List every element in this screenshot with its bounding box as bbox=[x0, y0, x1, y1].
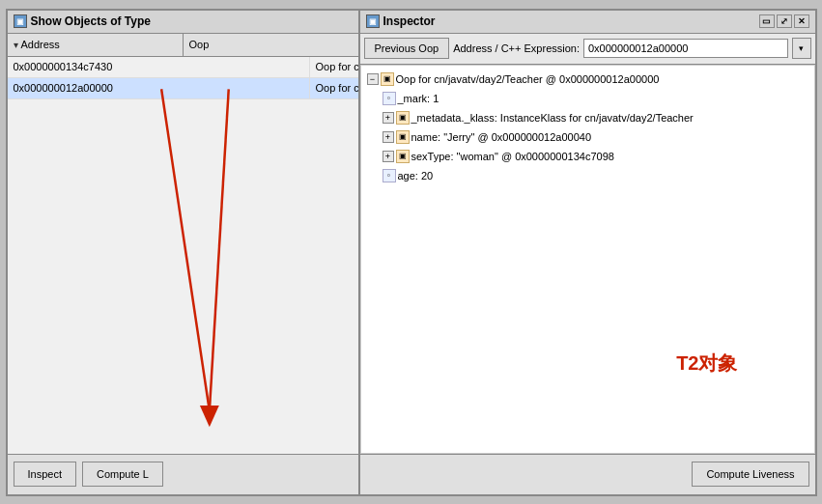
minimize-button[interactable]: ▭ bbox=[759, 14, 775, 28]
col-header-oop[interactable]: Oop bbox=[184, 34, 358, 56]
table-row-selected[interactable]: 0x000000012a00000 Oop for cn/javatv/day2… bbox=[8, 78, 358, 99]
cell-address-1: 0x000000012a00000 bbox=[8, 78, 310, 98]
left-panel: ▣ Show Objects of Type ▾ Address Oop 0x0… bbox=[8, 11, 360, 494]
right-panel-title: Inspector bbox=[383, 14, 436, 28]
tree-folder-root-icon: ▣ bbox=[381, 72, 394, 86]
tree-folder-sextype-icon: ▣ bbox=[396, 150, 410, 163]
tree-root-label: Oop for cn/javatv/day2/Teacher @ 0x00000… bbox=[396, 73, 660, 85]
tree-text-sextype: sexType: "woman" @ 0x0000000134c7098 bbox=[411, 151, 614, 162]
table-row[interactable]: 0x0000000134c7430 Oop for cn/javatv/day2… bbox=[8, 57, 358, 78]
tree-expander-name[interactable]: + bbox=[383, 131, 394, 143]
table-body: 0x0000000134c7430 Oop for cn/javatv/day2… bbox=[8, 57, 358, 454]
address-input[interactable] bbox=[583, 39, 788, 58]
tree-node-metadata[interactable]: + ▣ _metadata._klass: InstanceKlass for … bbox=[363, 108, 812, 127]
window-controls: ▭ ⤢ ✕ bbox=[759, 14, 809, 28]
tree-expander-root[interactable]: − bbox=[367, 73, 379, 85]
right-footer: Compute Liveness bbox=[360, 454, 815, 494]
sort-arrow-icon: ▾ bbox=[14, 40, 18, 50]
tree-folder-metadata-icon: ▣ bbox=[396, 111, 410, 125]
tree-node-age[interactable]: ▫ age: 20 bbox=[363, 166, 812, 185]
main-container: ▣ Show Objects of Type ▾ Address Oop 0x0… bbox=[6, 9, 817, 496]
tree-expander-sextype[interactable]: + bbox=[383, 151, 394, 162]
right-content: − ▣ Oop for cn/javatv/day2/Teacher @ 0x0… bbox=[360, 65, 815, 454]
tree-text-age: age: 20 bbox=[398, 170, 434, 182]
right-title-bar: ▣ Inspector ▭ ⤢ ✕ bbox=[360, 11, 815, 34]
cell-address-0: 0x0000000134c7430 bbox=[8, 57, 310, 77]
table-header: ▾ Address Oop bbox=[8, 34, 358, 57]
col-header-address[interactable]: ▾ Address bbox=[8, 34, 184, 56]
cell-oop-1: Oop for cn/javatv/day2/Teacher bbox=[310, 78, 358, 98]
right-panel-icon: ▣ bbox=[366, 14, 380, 28]
maximize-button[interactable]: ⤢ bbox=[777, 14, 792, 28]
left-title-bar: ▣ Show Objects of Type bbox=[8, 11, 358, 34]
tree-text-metadata: _metadata._klass: InstanceKlass for cn/j… bbox=[411, 112, 694, 124]
tree-folder-name-icon: ▣ bbox=[396, 130, 410, 144]
tree-leaf-icon-mark: ▫ bbox=[383, 92, 396, 105]
tree-node-sextype[interactable]: + ▣ sexType: "woman" @ 0x0000000134c7098 bbox=[363, 147, 812, 166]
left-panel-title: Show Objects of Type bbox=[31, 14, 151, 28]
compute-liveness-button-right[interactable]: Compute Liveness bbox=[692, 462, 808, 487]
inspect-button[interactable]: Inspect bbox=[14, 462, 76, 487]
tree-leaf-icon-age: ▫ bbox=[383, 169, 396, 182]
tree-text-mark: _mark: 1 bbox=[398, 93, 439, 104]
tree-node-name[interactable]: + ▣ name: "Jerry" @ 0x000000012a00040 bbox=[363, 127, 812, 147]
compute-liveness-button-left[interactable]: Compute L bbox=[82, 462, 163, 487]
tree-root-node[interactable]: − ▣ Oop for cn/javatv/day2/Teacher @ 0x0… bbox=[363, 70, 812, 89]
col-oop-label: Oop bbox=[189, 39, 210, 50]
t2-annotation: T2对象 bbox=[676, 350, 737, 377]
address-label: Address / C++ Expression: bbox=[453, 42, 580, 54]
previous-oop-button[interactable]: Previous Oop bbox=[364, 38, 450, 59]
tree-text-name: name: "Jerry" @ 0x000000012a00040 bbox=[411, 131, 592, 143]
close-button[interactable]: ✕ bbox=[794, 14, 809, 28]
cell-oop-0: Oop for cn/javatv/day2/Teacher bbox=[310, 57, 358, 77]
tree-expander-metadata[interactable]: + bbox=[383, 112, 394, 124]
address-dropdown-icon[interactable]: ▾ bbox=[792, 38, 811, 59]
col-address-label: Address bbox=[21, 39, 60, 50]
right-panel: ▣ Inspector ▭ ⤢ ✕ Previous Oop Address /… bbox=[360, 11, 815, 494]
tree-node-mark[interactable]: ▫ _mark: 1 bbox=[363, 89, 812, 108]
right-title-left: ▣ Inspector bbox=[366, 14, 436, 28]
left-footer: Inspect Compute L bbox=[8, 454, 358, 494]
toolbar-row: Previous Oop Address / C++ Expression: ▾ bbox=[360, 34, 815, 65]
tree-area: − ▣ Oop for cn/javatv/day2/Teacher @ 0x0… bbox=[360, 65, 815, 454]
left-panel-icon: ▣ bbox=[14, 14, 27, 28]
